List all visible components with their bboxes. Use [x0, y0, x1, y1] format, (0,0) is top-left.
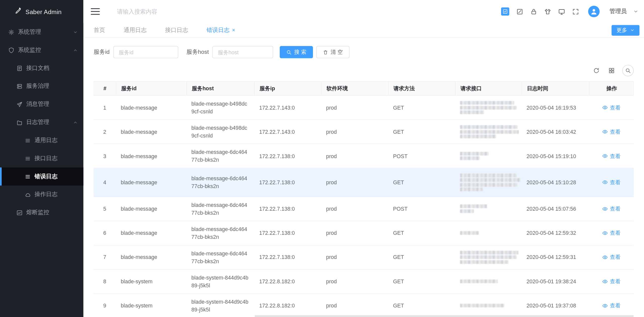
view-log-link[interactable]: 查看: [602, 205, 620, 213]
column-header: 操作: [589, 82, 634, 95]
index-cell: 1: [94, 96, 116, 119]
service-host-input[interactable]: [213, 46, 273, 58]
index-cell: 5: [94, 197, 116, 221]
clear-button[interactable]: 清 空: [316, 46, 349, 58]
cloud-icon: [25, 192, 31, 198]
chevron-down-icon: [73, 30, 78, 34]
search-button[interactable]: 搜 索: [280, 46, 313, 58]
sidebar-item-11[interactable]: 熔断监控: [0, 204, 83, 222]
tab-4[interactable]: 错误日志×: [207, 26, 235, 34]
index-cell: 8: [94, 269, 116, 293]
tab-label: 错误日志: [207, 26, 229, 34]
sidebar-item-2[interactable]: 系统监控: [0, 41, 83, 59]
env-cell: prod: [321, 221, 388, 245]
view-log-link[interactable]: 查看: [602, 128, 620, 136]
theme-icon[interactable]: [544, 8, 551, 15]
column-header: #: [94, 82, 116, 95]
action-cell: 查看: [589, 269, 634, 293]
sidebar-item-3[interactable]: 接口文档: [0, 59, 83, 77]
sidebar-item-1[interactable]: 系统管理: [0, 23, 83, 41]
service-id-cell: blade-system: [116, 269, 186, 293]
refresh-icon[interactable]: [592, 66, 601, 75]
table-row[interactable]: 7blade-messageblade-message-6dc46477cb-b…: [94, 245, 634, 269]
view-log-link[interactable]: 查看: [602, 178, 620, 186]
method-cell: GET: [388, 294, 455, 317]
service-host-cell: blade-message-b498dc9cf-csnld: [186, 120, 254, 144]
index-cell: 9: [94, 294, 116, 317]
service-ip-cell: 172.22.7.143:0: [254, 120, 321, 144]
log-time-cell: 2020-05-01 19:38:24: [521, 269, 589, 293]
eye-icon: [602, 303, 608, 308]
view-log-link[interactable]: 查看: [602, 104, 620, 111]
more-button[interactable]: 更多: [612, 25, 639, 35]
index-cell: 3: [94, 144, 116, 168]
table-row[interactable]: 9blade-systemblade-system-844d9c4b89-j5k…: [94, 294, 634, 317]
sidebar-item-8[interactable]: 接口日志: [0, 149, 83, 167]
column-header: 服务ip: [255, 82, 321, 95]
chevron-up-icon: [73, 120, 78, 125]
eye-icon: [602, 105, 608, 110]
method-cell: GET: [388, 120, 455, 144]
sidebar-item-7[interactable]: 通用日志: [0, 131, 83, 149]
server-icon: [16, 83, 22, 89]
table-row[interactable]: 1blade-messageblade-message-b498dc9cf-cs…: [94, 96, 634, 120]
username[interactable]: 管理员: [610, 8, 627, 15]
redacted-content: [460, 151, 517, 161]
view-log-link[interactable]: 查看: [602, 302, 620, 309]
view-log-link[interactable]: 查看: [602, 152, 620, 160]
topbar: 管理员: [83, 0, 644, 23]
toggle-search-icon[interactable]: [622, 65, 634, 76]
sidebar-item-6[interactable]: 日志管理: [0, 113, 83, 131]
service-id-cell: blade-message: [116, 197, 186, 221]
monitor-icon[interactable]: [558, 8, 565, 15]
table-body: 1blade-messageblade-message-b498dc9cf-cs…: [94, 96, 634, 317]
user-chevron-down-icon[interactable]: [633, 9, 638, 14]
table-row[interactable]: 3blade-messageblade-message-6dc46477cb-b…: [94, 144, 634, 168]
global-search-input[interactable]: [117, 8, 212, 15]
sidebar-item-4[interactable]: 服务治理: [0, 77, 83, 95]
log-time-cell: 2020-05-04 12:59:32: [521, 221, 589, 245]
lock-icon[interactable]: [530, 8, 537, 15]
view-log-link[interactable]: 查看: [602, 278, 620, 285]
table-row[interactable]: 4blade-messageblade-message-6dc46477cb-b…: [94, 168, 634, 197]
sidebar-nav: 系统管理系统监控接口文档服务治理消息管理日志管理通用日志接口日志错误日志操作日志…: [0, 23, 83, 221]
view-log-link[interactable]: 查看: [602, 253, 620, 261]
view-log-link[interactable]: 查看: [602, 229, 620, 237]
redacted-content: [460, 303, 517, 308]
sidebar-item-9[interactable]: 错误日志: [0, 167, 83, 186]
table-row[interactable]: 6blade-messageblade-message-6dc46477cb-b…: [94, 221, 634, 245]
logo: Saber Admin: [0, 0, 83, 23]
service-host-cell: blade-message-6dc46477cb-bks2n: [186, 197, 254, 221]
table-row[interactable]: 2blade-messageblade-message-b498dc9cf-cs…: [94, 120, 634, 144]
service-host-cell: blade-system-844d9c4b89-j5k5l: [186, 269, 254, 293]
table-row[interactable]: 8blade-systemblade-system-844d9c4b89-j5k…: [94, 269, 634, 294]
request-api-cell: [455, 269, 521, 293]
hamburger-menu-icon[interactable]: [91, 8, 100, 15]
sidebar-item-5[interactable]: 消息管理: [0, 95, 83, 113]
tab-2[interactable]: 通用日志: [124, 26, 146, 34]
horizontal-scrollbar[interactable]: [255, 315, 634, 317]
fullscreen-icon[interactable]: [572, 8, 579, 15]
env-cell: prod: [321, 197, 388, 221]
log-time-cell: 2020-05-04 16:19:53: [521, 96, 589, 119]
table-row[interactable]: 5blade-messageblade-message-6dc46477cb-b…: [94, 197, 634, 221]
service-id-input[interactable]: [113, 46, 178, 58]
tab-close-icon[interactable]: ×: [232, 27, 235, 33]
redacted-content: [460, 172, 517, 192]
service-ip-cell: 172.22.7.143:0: [254, 96, 321, 119]
avatar[interactable]: [588, 6, 600, 17]
screenshot-icon[interactable]: [516, 8, 523, 15]
column-settings-icon[interactable]: [607, 66, 616, 75]
tab-3[interactable]: 接口日志: [165, 26, 188, 34]
eye-icon: [602, 179, 608, 185]
select-badge-icon[interactable]: [501, 7, 509, 16]
view-link-label: 查看: [610, 302, 620, 309]
sidebar-item-10[interactable]: 操作日志: [0, 186, 83, 204]
redacted-content: [460, 203, 517, 214]
chevron-up-icon: [73, 48, 78, 52]
request-api-cell: [455, 221, 521, 245]
tab-1[interactable]: 首页: [94, 26, 105, 34]
sidebar-item-label: 接口日志: [34, 155, 77, 162]
service-ip-cell: 172.22.7.138:0: [254, 221, 321, 245]
folder-icon: [16, 119, 22, 125]
